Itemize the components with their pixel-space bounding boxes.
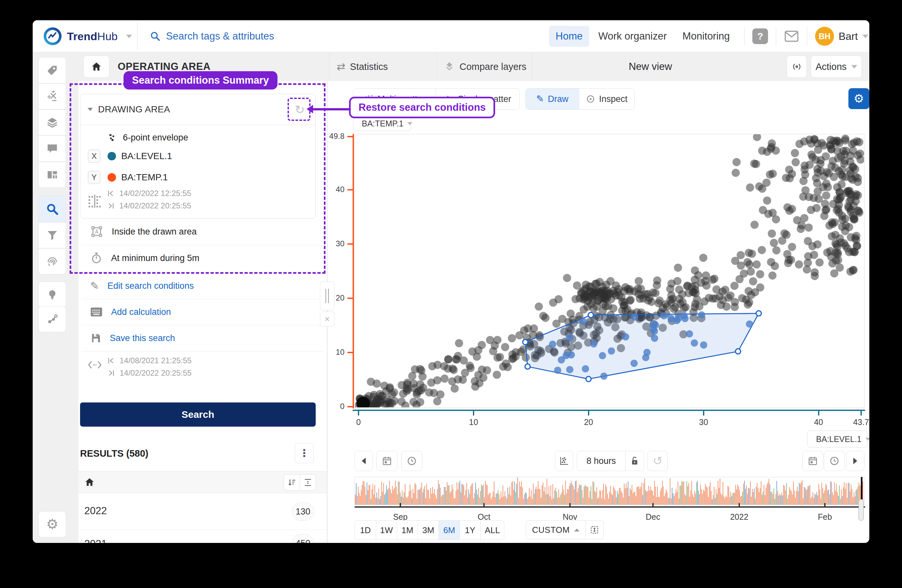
end-calendar-button[interactable] [802, 451, 823, 471]
global-search[interactable]: Search tags & attributes [150, 28, 274, 44]
messages-icon[interactable] [784, 30, 799, 43]
result-row-count: 130 [292, 502, 314, 521]
tab-inspect[interactable]: Inspect [579, 89, 634, 109]
chart-settings-button[interactable]: ⚙ [849, 88, 869, 109]
sort-button[interactable] [284, 475, 300, 490]
start-calendar-button[interactable] [376, 451, 398, 471]
timeline-forward-button[interactable] [846, 451, 864, 471]
month-label: Dec [646, 512, 660, 522]
save-search-link[interactable]: Save this search [90, 332, 175, 345]
y-axis-line [352, 134, 354, 408]
nav-work-organizer[interactable]: Work organizer [592, 26, 673, 47]
duration-control[interactable]: 8 hours [577, 451, 644, 471]
x-axis-line [352, 410, 865, 411]
panel-close-button[interactable]: × [320, 312, 334, 327]
user-menu[interactable]: BH Bart [815, 27, 868, 46]
home-button[interactable] [83, 56, 110, 78]
polygon-vertex-handle [523, 339, 528, 345]
header-divider [436, 52, 437, 81]
calculations-button[interactable] [39, 83, 66, 109]
layers-button[interactable] [39, 109, 66, 136]
fingerprint-button[interactable] [39, 248, 66, 274]
x-tick-label: 10 [460, 418, 487, 427]
settings-button[interactable]: ⚙ [39, 511, 66, 537]
restore-label-text: Restore search conditions [359, 102, 485, 113]
header-divider [532, 52, 532, 81]
preset-1y[interactable]: 1Y [459, 521, 481, 540]
polygon-vertex-handle [586, 376, 591, 382]
brand-caret-icon[interactable] [126, 34, 132, 38]
polygon-vertex-handle [756, 311, 761, 316]
to-bar-icon [107, 369, 115, 377]
month-tick-mark [400, 503, 401, 508]
results-menu-button[interactable]: ⋮ [295, 443, 314, 463]
relations-button[interactable] [39, 306, 66, 332]
result-row[interactable]: 2021 450 [78, 525, 327, 543]
dashboard-button[interactable] [39, 162, 66, 188]
compare-layers-button[interactable]: Compare layers [444, 52, 526, 81]
polygon-vertex-handle [525, 364, 530, 369]
user-name: Bart [839, 30, 858, 42]
history-button[interactable]: ↺ [647, 451, 668, 471]
custom-range-button[interactable]: CUSTOM [526, 521, 585, 540]
tab-draw[interactable]: ✎ Draw [526, 89, 579, 109]
actions-button[interactable]: Actions [811, 56, 862, 78]
search-tool-button[interactable] [39, 196, 66, 222]
help-icon[interactable]: ? [752, 28, 768, 44]
edit-search-conditions-link[interactable]: ✎ Edit search conditions [90, 279, 194, 292]
search-button[interactable]: Search [80, 402, 316, 427]
x-tick-mark [703, 411, 704, 416]
start-clock-button[interactable] [401, 451, 422, 471]
fit-range-button[interactable] [586, 521, 603, 540]
nav-home[interactable]: Home [549, 26, 589, 47]
search-input[interactable]: Search tags & attributes [166, 30, 274, 42]
x-tick-mark [358, 411, 359, 416]
filter-button[interactable] [39, 222, 66, 248]
add-calculation-link[interactable]: Add calculation [90, 305, 171, 319]
nav-monitoring[interactable]: Monitoring [676, 26, 736, 47]
header-divider [329, 52, 329, 81]
results-sort-bar [78, 471, 327, 493]
scatter-plot[interactable] [355, 134, 864, 407]
y-tick-label: 20 [316, 293, 345, 302]
statistics-button[interactable]: ⇄ Statistics [337, 52, 388, 81]
timeline-back-button[interactable] [355, 451, 373, 471]
timeline-strip[interactable] [355, 477, 864, 505]
month-tick-mark [569, 503, 571, 508]
code-range-icon [88, 360, 102, 370]
brand[interactable]: TrendHub [44, 26, 132, 46]
preset-all[interactable]: ALL [481, 521, 504, 540]
preset-1w[interactable]: 1W [376, 521, 397, 540]
result-row-label: 2022 [84, 505, 107, 517]
result-row[interactable]: 2022 130 [78, 493, 327, 530]
range-to: 14/02/2022 20:25:55 [120, 369, 191, 378]
preset-1d[interactable]: 1D [355, 521, 376, 540]
add-link-label: Add calculation [111, 307, 171, 317]
end-clock-button[interactable] [824, 451, 845, 471]
result-row-label: 2021 [84, 538, 107, 543]
preset-3m[interactable]: 3M [418, 521, 438, 540]
divider [82, 351, 324, 352]
y-tick-mark [348, 243, 352, 245]
tags-button[interactable] [39, 57, 66, 83]
y-tick-mark [348, 189, 352, 191]
summary-annotation-box [70, 83, 326, 274]
lock-icon[interactable] [625, 456, 644, 466]
dashboard-icon [46, 169, 58, 181]
home-filter-icon[interactable] [84, 477, 95, 487]
x-axis-tag-chip[interactable]: BA:LEVEL.1 [807, 430, 868, 447]
insights-button[interactable] [39, 281, 66, 308]
view-title[interactable]: New view [629, 61, 672, 72]
search-button-label: Search [182, 409, 214, 420]
y-tick-mark [348, 406, 352, 407]
timeline-scrubber-handle[interactable] [858, 499, 864, 521]
group-points-button[interactable] [555, 451, 573, 471]
broadcast-button[interactable] [787, 56, 807, 78]
tab-label: Draw [548, 94, 568, 104]
preset-6m[interactable]: 6M [438, 521, 459, 540]
summary-annotation-label: Search conditions Summary [124, 71, 277, 89]
comments-button[interactable] [39, 136, 66, 162]
collapse-all-button[interactable] [300, 475, 316, 490]
preset-1m[interactable]: 1M [397, 521, 418, 540]
y-chip-label: BA:TEMP.1 [362, 119, 403, 128]
